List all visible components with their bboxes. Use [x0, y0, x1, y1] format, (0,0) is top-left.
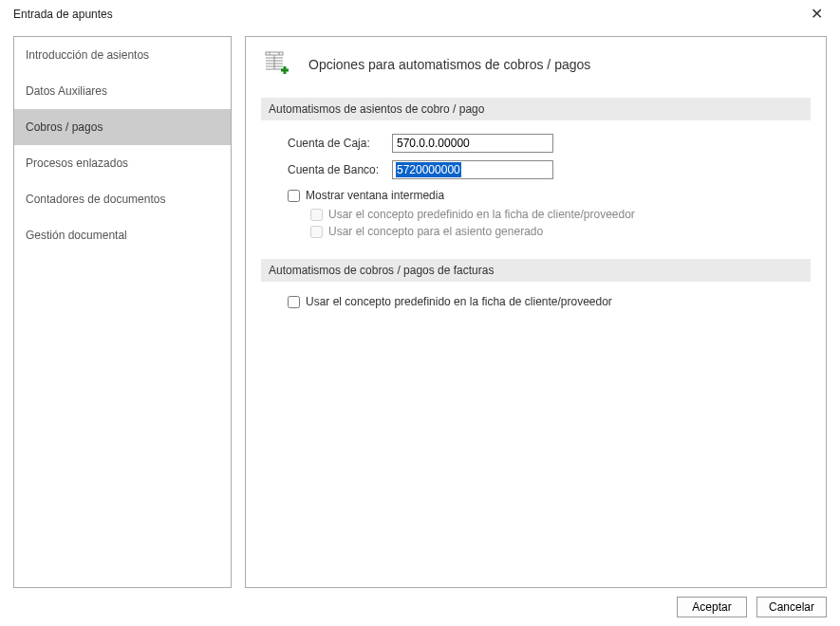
sidebar-item-introduccion[interactable]: Introducción de asientos: [14, 37, 231, 73]
page-title: Opciones para automatismos de cobros / p…: [308, 57, 590, 72]
check-facturas-concepto[interactable]: Usar el concepto predefinido en la ficha…: [261, 295, 811, 308]
row-cuenta-banco: Cuenta de Banco: 5720000000: [261, 160, 811, 179]
mostrar-ventana-checkbox[interactable]: [288, 190, 300, 202]
dialog-body: Introducción de asientos Datos Auxiliare…: [0, 28, 840, 588]
cuenta-banco-value: 5720000000: [396, 162, 461, 177]
cuenta-caja-input[interactable]: [392, 134, 553, 153]
dialog-footer: Aceptar Cancelar: [0, 588, 840, 618]
check-sub-concepto-asiento: Usar el concepto para el asiento generad…: [261, 225, 811, 238]
sub2-label: Usar el concepto para el asiento generad…: [328, 225, 543, 238]
sidebar: Introducción de asientos Datos Auxiliare…: [13, 36, 232, 588]
svg-text:H: H: [278, 52, 280, 56]
check-sub-concepto-predefinido: Usar el concepto predefinido en la ficha…: [261, 208, 811, 221]
cancel-button[interactable]: Cancelar: [756, 597, 827, 617]
content-panel: D H Opciones para automatismos de cobros…: [245, 36, 827, 588]
cuenta-banco-label: Cuenta de Banco:: [288, 163, 392, 176]
sidebar-item-procesos-enlazados[interactable]: Procesos enlazados: [14, 145, 231, 181]
sidebar-item-datos-auxiliares[interactable]: Datos Auxiliares: [14, 73, 231, 109]
options-icon: D H: [265, 50, 293, 79]
facturas-concepto-checkbox[interactable]: [288, 296, 300, 308]
sub2-checkbox: [310, 226, 323, 238]
section1-header: Automatismos de asientos de cobro / pago: [261, 98, 811, 120]
check-mostrar-ventana[interactable]: Mostrar ventana intermedia: [261, 189, 811, 202]
accept-button[interactable]: Aceptar: [677, 597, 747, 617]
cuenta-banco-input[interactable]: 5720000000: [392, 160, 553, 179]
sidebar-item-contadores-documentos[interactable]: Contadores de documentos: [14, 181, 231, 217]
sub1-label: Usar el concepto predefinido en la ficha…: [328, 208, 635, 221]
row-cuenta-caja: Cuenta de Caja:: [261, 134, 811, 153]
close-icon[interactable]: ✕: [802, 0, 831, 28]
sidebar-item-gestion-documental[interactable]: Gestión documental: [14, 217, 231, 253]
section2-header: Automatismos de cobros / pagos de factur…: [261, 259, 811, 282]
titlebar: Entrada de apuntes ✕: [0, 0, 840, 28]
mostrar-ventana-label: Mostrar ventana intermedia: [306, 189, 444, 202]
window-title: Entrada de apuntes: [13, 8, 113, 21]
sidebar-item-cobros-pagos[interactable]: Cobros / pagos: [14, 109, 231, 145]
facturas-concepto-label: Usar el concepto predefinido en la ficha…: [306, 295, 612, 308]
sub1-checkbox: [310, 209, 323, 221]
cuenta-caja-label: Cuenta de Caja:: [288, 137, 392, 150]
page-header: D H Opciones para automatismos de cobros…: [261, 50, 811, 79]
